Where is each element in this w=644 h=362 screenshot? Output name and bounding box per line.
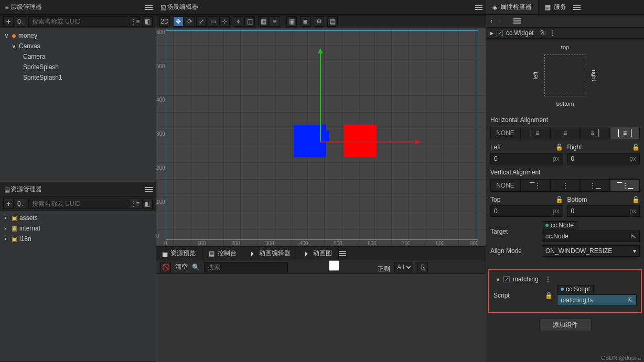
- v-align-title: Vertical Alignment: [490, 169, 640, 176]
- more-icon[interactable]: ⋮: [545, 276, 551, 283]
- x-axis-gizmo[interactable]: [320, 141, 415, 142]
- assets-search-input[interactable]: [28, 199, 127, 209]
- v-align-bottom[interactable]: ⋮▁: [580, 179, 610, 192]
- tab-services[interactable]: ▦服务: [539, 0, 573, 14]
- y-axis-gizmo[interactable]: [320, 53, 321, 142]
- console-output[interactable]: [156, 274, 486, 362]
- tree-row[interactable]: SpriteSplash: [0, 62, 156, 72]
- anchor-button[interactable]: ⌖: [233, 16, 243, 27]
- collapse-icon[interactable]: ◧: [142, 16, 153, 27]
- h-align-stretch[interactable]: ▏≡▕: [610, 127, 640, 139]
- folder-icon: ▅: [163, 250, 167, 257]
- h-align-title: Horizontal Alignment: [490, 116, 640, 124]
- widget-align-diagram[interactable]: top bottom left right: [486, 39, 644, 112]
- h-align-center[interactable]: ≡: [550, 127, 580, 139]
- layers-button[interactable]: ▤: [327, 16, 338, 27]
- gear-icon[interactable]: ⚙: [314, 16, 324, 27]
- forward-button[interactable]: ›: [499, 17, 501, 25]
- ruler-y: 600 500 400 300 200 100 0: [156, 28, 160, 236]
- search-mode-button[interactable]: Q.: [16, 199, 26, 209]
- mode-2d-button[interactable]: 2D: [159, 16, 170, 27]
- console-search-input[interactable]: [204, 262, 288, 272]
- hamburger-icon[interactable]: [339, 250, 346, 257]
- clear-button[interactable]: 清空: [175, 262, 188, 271]
- copy-icon[interactable]: ⎘: [417, 262, 428, 272]
- component-enabled-checkbox[interactable]: ✓: [497, 30, 503, 36]
- align-button[interactable]: ≡: [270, 16, 280, 27]
- add-node-button[interactable]: +: [3, 16, 14, 27]
- h-align-right[interactable]: ≡▕: [580, 127, 610, 139]
- lock-icon[interactable]: 🔓: [632, 196, 640, 203]
- assets-panel: ▤ 资源管理器 + Q. ⋮≡ ◧ ›▣assets ›▣internal ›▣…: [0, 182, 156, 362]
- tree-row[interactable]: ∨◆money: [0, 30, 156, 41]
- right-input[interactable]: 0px: [567, 153, 640, 164]
- v-align-stretch[interactable]: ▔⋮▁: [610, 179, 640, 192]
- regex-checkbox[interactable]: 正则: [292, 260, 390, 273]
- collapse-icon[interactable]: ◧: [142, 199, 153, 209]
- hamburger-icon[interactable]: [475, 4, 482, 11]
- scale-tool-button[interactable]: ⤢: [196, 16, 207, 27]
- hamburger-icon[interactable]: [573, 4, 581, 11]
- tree-row[interactable]: SpriteSplash1: [0, 72, 156, 83]
- search-mode-button[interactable]: Q.: [16, 16, 26, 27]
- more-icon[interactable]: ⋮: [549, 29, 555, 37]
- add-asset-button[interactable]: +: [3, 199, 14, 209]
- move-tool-button[interactable]: ✥: [173, 16, 184, 27]
- hamburger-icon[interactable]: [145, 186, 153, 193]
- script-field[interactable]: matching.ts⇱: [557, 294, 637, 306]
- left-label: Left: [490, 144, 501, 151]
- top-input[interactable]: 0px: [490, 205, 563, 217]
- ruler-x: 0 100 200 300 400 500 600 700 800 900: [156, 238, 486, 246]
- matching-component-header[interactable]: ∨✓ matching ⋮: [491, 273, 639, 285]
- left-input[interactable]: 0px: [490, 153, 563, 164]
- hamburger-icon[interactable]: [513, 17, 521, 25]
- tree-row[interactable]: ›▣internal: [0, 223, 156, 234]
- tree-row[interactable]: ∨Canvas: [0, 41, 156, 51]
- lock-icon[interactable]: 🔓: [632, 144, 640, 151]
- tab-animation-graph[interactable]: ⏵动画图: [297, 247, 339, 260]
- hamburger-icon[interactable]: [145, 4, 153, 11]
- v-align-middle[interactable]: ⋮: [550, 179, 580, 192]
- hierarchy-search-input[interactable]: [28, 16, 127, 27]
- log-level-select[interactable]: All: [394, 262, 413, 272]
- sprite-red[interactable]: [344, 125, 377, 157]
- tree-row[interactable]: Camera: [0, 51, 156, 62]
- block-icon[interactable]: 🚫: [160, 262, 171, 272]
- rotate-tool-button[interactable]: ⟳: [185, 16, 195, 27]
- v-align-none[interactable]: NONE: [490, 179, 520, 192]
- tab-console[interactable]: ▤控制台: [202, 247, 243, 260]
- rect-tool-button[interactable]: ▭: [208, 16, 218, 27]
- component-enabled-checkbox[interactable]: ✓: [503, 276, 510, 282]
- align-mode-select[interactable]: ON_WINDOW_RESIZE▾: [542, 245, 640, 257]
- filter-icon[interactable]: ⋮≡: [130, 16, 140, 27]
- tab-animation-editor[interactable]: ⏵动画编辑器: [243, 247, 297, 260]
- lock-icon[interactable]: 🔓: [555, 196, 563, 203]
- layers-icon: ≡: [3, 4, 10, 11]
- back-button[interactable]: ‹: [490, 17, 492, 25]
- bottom-label: Bottom: [567, 196, 587, 203]
- tab-asset-preview[interactable]: ▅资源预览: [156, 247, 202, 260]
- camera-icon[interactable]: ▣: [286, 16, 297, 27]
- lock-icon[interactable]: 🔓: [555, 144, 563, 151]
- hierarchy-panel: ≡ 层级管理器 + Q. ⋮≡ ◧ ∨◆money ∨Canvas Camera…: [0, 0, 156, 182]
- filter-icon[interactable]: ⋮≡: [130, 199, 140, 209]
- transform-tool-button[interactable]: ⊹: [219, 16, 230, 27]
- lock-icon: 🔒: [545, 292, 553, 299]
- scene-viewport[interactable]: 600 500 400 300 200 100 0 0 100 200 300 …: [156, 28, 486, 246]
- help-icon[interactable]: ?⃝: [540, 29, 546, 37]
- screenshot-icon[interactable]: ◙: [300, 16, 310, 27]
- target-field[interactable]: cc.Node⇱: [542, 231, 640, 242]
- tab-inspector[interactable]: ◈属性检查器: [486, 0, 539, 14]
- add-component-button[interactable]: 添加组件: [539, 319, 592, 331]
- pivot-button[interactable]: ◫: [244, 16, 255, 27]
- snap-button[interactable]: ▦: [258, 16, 269, 27]
- picker-icon[interactable]: ⇱: [631, 233, 636, 240]
- h-align-none[interactable]: NONE: [490, 127, 520, 139]
- tree-row[interactable]: ›▣i18n: [0, 234, 156, 244]
- widget-component-header[interactable]: ▸✓ cc.Widget ?⃝ ⋮: [486, 27, 644, 39]
- tree-row[interactable]: ›▣assets: [0, 213, 156, 223]
- picker-icon[interactable]: ⇱: [628, 297, 633, 304]
- bottom-input[interactable]: 0px: [567, 205, 640, 217]
- v-align-top[interactable]: ▔⋮: [520, 179, 550, 192]
- h-align-left[interactable]: ▏≡: [520, 127, 550, 139]
